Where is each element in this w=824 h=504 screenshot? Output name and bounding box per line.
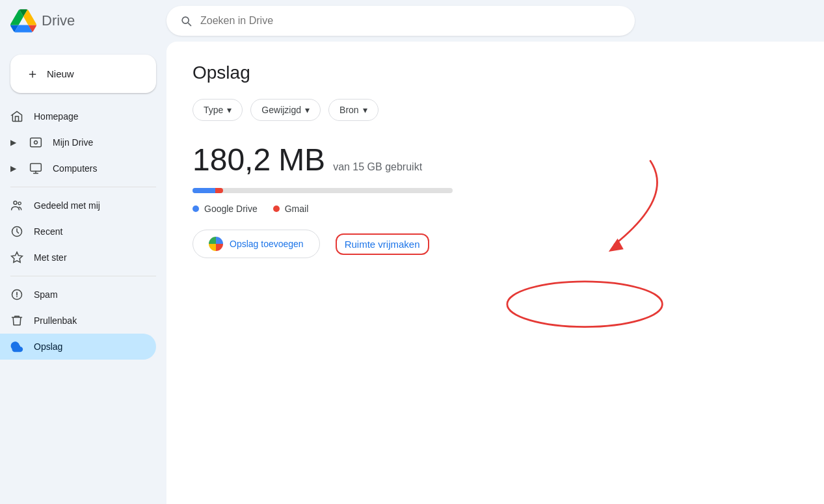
- filter-bron-chevron: ▾: [363, 105, 367, 115]
- new-button[interactable]: ＋ Nieuw: [10, 55, 156, 93]
- filter-gewijzigd-button[interactable]: Gewijzigd ▾: [250, 99, 321, 121]
- filter-gewijzigd-label: Gewijzigd: [261, 105, 301, 115]
- sidebar-item-computers[interactable]: ▶ Computers: [0, 155, 156, 181]
- sidebar-item-spam[interactable]: Spam: [0, 282, 156, 308]
- legend-dot-gmail: [273, 206, 280, 212]
- nav-divider-1: [10, 187, 156, 187]
- filter-bron-label: Bron: [339, 105, 359, 115]
- spam-icon: [10, 288, 23, 301]
- sidebar-item-gedeeld-label: Gedeeld met mij: [34, 200, 146, 211]
- free-space-label: Ruimte vrijmaken: [345, 239, 420, 250]
- add-storage-label: Opslag toevoegen: [230, 239, 304, 249]
- sidebar-item-met-ster-label: Met ster: [34, 252, 146, 263]
- sidebar: ＋ Nieuw Homepage ▶ Mijn Drive: [0, 42, 166, 504]
- action-row: Opslag toevoegen Ruimte vrijmaken: [193, 230, 798, 258]
- filter-gewijzigd-chevron: ▾: [305, 105, 310, 115]
- google-drive-logo-icon: [10, 8, 36, 34]
- home-icon: [10, 110, 23, 123]
- cloud-icon: [10, 340, 23, 353]
- filter-type-button[interactable]: Type ▾: [193, 99, 243, 121]
- nav-divider-2: [10, 276, 156, 276]
- chevron-right-icon-2: ▶: [10, 164, 16, 173]
- app-body: ＋ Nieuw Homepage ▶ Mijn Drive: [0, 0, 824, 504]
- legend-gmail: Gmail: [273, 204, 309, 214]
- svg-rect-0: [31, 138, 42, 146]
- sidebar-item-mijn-drive[interactable]: ▶ Mijn Drive: [0, 129, 156, 155]
- sidebar-item-homepage[interactable]: Homepage: [0, 103, 156, 129]
- chevron-right-icon: ▶: [10, 138, 16, 147]
- page-title: Opslag: [193, 62, 798, 83]
- main-content: Opslag Type ▾ Gewijzigd ▾ Bron ▾ 180,2 M…: [166, 42, 824, 504]
- free-space-link[interactable]: Ruimte vrijmaken: [336, 233, 429, 255]
- logo-area: Drive: [10, 8, 166, 34]
- legend-google-drive-label: Google Drive: [204, 204, 258, 214]
- sidebar-item-prullenbak[interactable]: Prullenbak: [0, 308, 156, 334]
- logo-text: Drive: [42, 12, 75, 29]
- sidebar-item-opslag-label: Opslag: [34, 341, 146, 352]
- storage-size: 180,2 MB van 15 GB gebruikt: [193, 142, 798, 178]
- search-icon: [179, 14, 193, 27]
- add-storage-button[interactable]: Opslag toevoegen: [193, 230, 320, 258]
- my-drive-icon: [29, 136, 42, 149]
- sidebar-item-met-ster[interactable]: Met ster: [0, 245, 156, 271]
- recent-icon: [10, 225, 23, 238]
- computers-icon: [29, 162, 42, 175]
- sidebar-item-recent-label: Recent: [34, 226, 146, 237]
- plus-icon: ＋: [26, 65, 39, 83]
- sidebar-item-opslag[interactable]: Opslag: [0, 334, 156, 360]
- storage-amount: 180,2: [193, 142, 271, 178]
- header: Drive: [0, 0, 824, 42]
- sidebar-item-prullenbak-label: Prullenbak: [34, 315, 146, 326]
- search-input[interactable]: [200, 15, 622, 27]
- legend-dot-google-drive: [193, 206, 199, 212]
- storage-subtitle: van 15 GB gebruikt: [333, 161, 422, 173]
- sidebar-item-homepage-label: Homepage: [34, 111, 146, 122]
- filter-row: Type ▾ Gewijzigd ▾ Bron ▾: [193, 99, 798, 121]
- sidebar-item-recent[interactable]: Recent: [0, 219, 156, 245]
- storage-bar-container: [193, 188, 453, 193]
- shared-icon: [10, 199, 23, 212]
- svg-point-8: [507, 282, 663, 327]
- storage-unit: MB: [278, 142, 325, 178]
- storage-legend: Google Drive Gmail: [193, 204, 798, 214]
- bar-gmail: [215, 188, 223, 193]
- google-one-icon: [209, 237, 223, 251]
- new-button-label: Nieuw: [47, 68, 74, 79]
- storage-bar: [193, 188, 453, 193]
- svg-point-3: [14, 201, 17, 204]
- legend-google-drive: Google Drive: [193, 204, 258, 214]
- sidebar-item-mijn-drive-label: Mijn Drive: [53, 137, 146, 148]
- sidebar-item-spam-label: Spam: [34, 289, 146, 300]
- svg-point-4: [18, 202, 21, 205]
- legend-gmail-label: Gmail: [285, 204, 309, 214]
- sidebar-item-gedeeld[interactable]: Gedeeld met mij: [0, 192, 156, 219]
- trash-icon: [10, 314, 23, 327]
- svg-point-1: [34, 141, 38, 144]
- search-bar[interactable]: [166, 6, 635, 36]
- sidebar-item-computers-label: Computers: [53, 163, 146, 174]
- filter-type-chevron: ▾: [227, 105, 232, 115]
- bar-google-drive: [193, 188, 215, 193]
- filter-bron-button[interactable]: Bron ▾: [328, 99, 379, 121]
- filter-type-label: Type: [204, 105, 223, 115]
- svg-rect-2: [31, 164, 42, 172]
- star-icon: [10, 251, 23, 264]
